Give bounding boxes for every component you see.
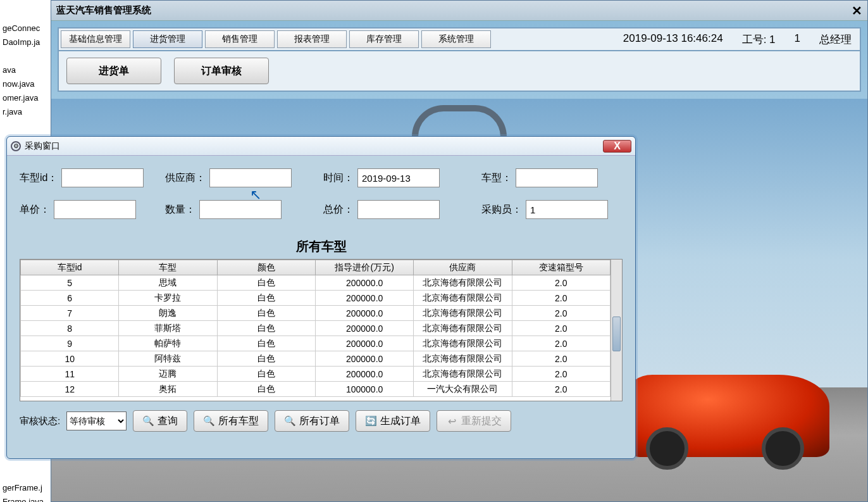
status-select[interactable]: 等待审核 [66, 411, 127, 430]
table-cell: 9 [21, 336, 119, 351]
field-input-fr2-3[interactable] [526, 200, 608, 219]
table-row[interactable]: 12奥拓白色100000.0一汽大众有限公司2.0 [21, 382, 611, 397]
table-cell: 2.0 [512, 351, 610, 367]
bg-file: DaoImp.ja [3, 35, 48, 49]
table-cell: 2.0 [512, 275, 610, 291]
car-table: 车型id车型颜色指导进价(万元)供应商变速箱型号 5思域白色200000.0北京… [20, 260, 611, 397]
refresh-icon [365, 415, 376, 427]
table-cell: 白色 [217, 336, 315, 351]
field-input-fr1-3[interactable] [516, 168, 598, 187]
menu-4[interactable]: 库存管理 [349, 30, 419, 48]
emp-id-label: 工号: 1 [742, 32, 776, 47]
table-row[interactable]: 9帕萨特白色200000.0北京海德有限限公司2.0 [21, 336, 611, 351]
table-title: 所有车型 [7, 238, 635, 255]
table-cell: 200000.0 [315, 351, 413, 367]
generate-order-button[interactable]: 生成订单 [356, 410, 430, 432]
field-input-fr2-2[interactable] [357, 200, 440, 219]
table-scrollbar[interactable] [611, 260, 622, 401]
table-row[interactable]: 5思域白色200000.0北京海德有限限公司2.0 [21, 275, 611, 291]
field-input-fr1-0[interactable] [61, 168, 144, 187]
menu-2[interactable]: 销售管理 [205, 30, 275, 48]
table-cell: 白色 [217, 367, 315, 382]
field-input-fr1-2[interactable] [357, 168, 440, 187]
bg-file: ava [3, 63, 48, 77]
table-cell: 一汽大众有限公司 [414, 382, 512, 397]
datetime-label: 2019-09-13 16:46:24 [623, 32, 723, 47]
menu-5[interactable]: 系统管理 [421, 30, 491, 48]
main-close-icon[interactable]: ✕ [852, 3, 862, 18]
purchase-dialog: ⚙ 采购窗口 X 车型id：供应商：时间：车型： 单价：数量：总价：采购员： 所… [6, 136, 636, 459]
field-label: 单价： [20, 203, 50, 216]
field-label: 数量： [165, 203, 195, 216]
table-cell: 12 [21, 382, 119, 397]
search-icon [142, 415, 154, 427]
table-cell: 北京海德有限限公司 [414, 321, 512, 336]
table-cell: 200000.0 [315, 275, 413, 291]
dialog-close-button[interactable]: X [603, 140, 631, 153]
table-cell: 阿特兹 [119, 351, 217, 367]
bg-file: r.java [3, 105, 48, 119]
table-header: 颜色 [217, 260, 315, 275]
table-cell: 2.0 [512, 321, 610, 336]
table-header: 车型id [21, 260, 119, 275]
resubmit-button[interactable]: 重新提交 [437, 410, 511, 432]
form-area: 车型id：供应商：时间：车型： 单价：数量：总价：采购员： [7, 156, 635, 235]
table-cell: 白色 [217, 321, 315, 336]
table-cell: 思域 [119, 275, 217, 291]
menu-0[interactable]: 基础信息管理 [61, 30, 130, 48]
table-cell: 5 [21, 275, 119, 291]
search-icon [203, 415, 214, 427]
table-cell: 北京海德有限限公司 [414, 275, 512, 291]
table-header: 变速箱型号 [512, 260, 610, 275]
status-info: 2019-09-13 16:46:24 工号: 1 1 总经理 [623, 32, 858, 47]
table-header: 指导进价(万元) [315, 260, 413, 275]
table-row[interactable]: 6卡罗拉白色200000.0北京海德有限限公司2.0 [21, 291, 611, 306]
all-orders-button[interactable]: 所有订单 [275, 410, 349, 432]
bg-file: Frame.java [3, 495, 48, 502]
main-title: 蓝天汽车销售管理系统 [56, 4, 151, 16]
dialog-title: 采购窗口 [25, 141, 60, 152]
bg-file [3, 119, 48, 133]
field-input-fr2-1[interactable] [199, 200, 282, 219]
table-cell: 菲斯塔 [119, 321, 217, 336]
table-cell: 200000.0 [315, 321, 413, 336]
table-row[interactable]: 11迈腾白色200000.0北京海德有限限公司2.0 [21, 367, 611, 382]
table-cell: 7 [21, 306, 119, 321]
table-cell: 8 [21, 321, 119, 336]
table-cell: 北京海德有限限公司 [414, 306, 512, 321]
table-cell: 北京海德有限限公司 [414, 351, 512, 367]
menu-3[interactable]: 报表管理 [277, 30, 347, 48]
bg-file [3, 49, 48, 63]
field-input-fr1-1[interactable] [209, 168, 292, 187]
table-container: 车型id车型颜色指导进价(万元)供应商变速箱型号 5思域白色200000.0北京… [20, 259, 623, 401]
table-cell: 北京海德有限限公司 [414, 367, 512, 382]
table-row[interactable]: 8菲斯塔白色200000.0北京海德有限限公司2.0 [21, 321, 611, 336]
table-cell: 11 [21, 367, 119, 382]
field-label: 车型id： [20, 172, 58, 185]
all-models-button[interactable]: 所有车型 [194, 410, 268, 432]
status-label: 审核状态: [20, 415, 60, 427]
table-cell: 2.0 [512, 306, 610, 321]
field-input-fr2-0[interactable] [54, 200, 136, 219]
table-cell: 6 [21, 291, 119, 306]
table-cell: 奥拓 [119, 382, 217, 397]
table-cell: 200000.0 [315, 306, 413, 321]
table-cell: 10 [21, 351, 119, 367]
table-row[interactable]: 10阿特兹白色200000.0北京海德有限限公司2.0 [21, 351, 611, 367]
table-cell: 2.0 [512, 291, 610, 306]
bg-file: omer.java [3, 91, 48, 105]
sub-button-0[interactable]: 进货单 [66, 58, 161, 84]
dialog-titlebar: ⚙ 采购窗口 X [7, 137, 635, 156]
table-cell: 2.0 [512, 336, 610, 351]
back-icon [446, 415, 457, 427]
sub-button-1[interactable]: 订单审核 [174, 58, 269, 84]
query-button[interactable]: 查询 [133, 410, 187, 432]
table-cell: 2.0 [512, 382, 610, 397]
table-row[interactable]: 7朗逸白色200000.0北京海德有限限公司2.0 [21, 306, 611, 321]
table-cell: 2.0 [512, 367, 610, 382]
menu-bar: 基础信息管理进货管理销售管理报表管理库存管理系统管理 2019-09-13 16… [58, 27, 861, 51]
menu-1[interactable]: 进货管理 [133, 30, 202, 48]
bg-file: gerFrame.j [3, 481, 48, 495]
table-cell: 北京海德有限限公司 [414, 336, 512, 351]
sub-toolbar: 进货单订单审核 [58, 51, 861, 92]
